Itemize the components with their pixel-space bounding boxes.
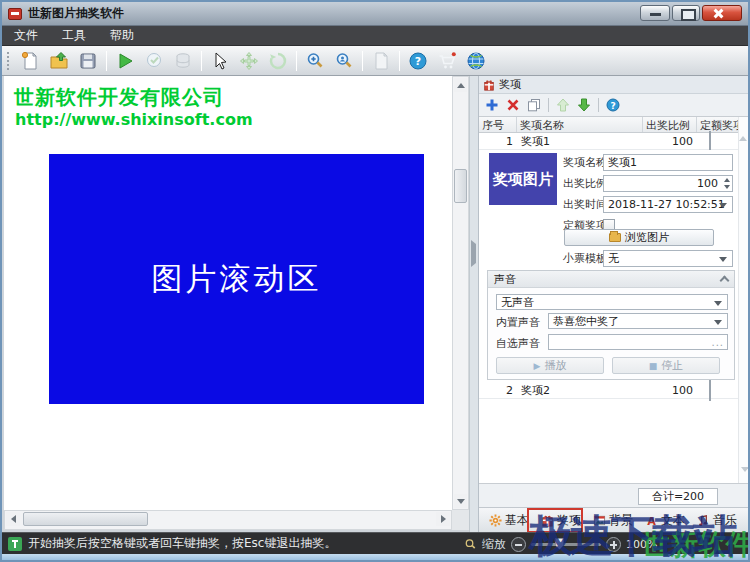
column-header-quota[interactable]: 定额奖项 xyxy=(697,117,739,132)
prize-time-dropdown[interactable]: 2018-11-27 10:52:51 xyxy=(603,196,733,213)
custom-sound-label: 自选声音 xyxy=(496,336,540,352)
row1-quota-checkbox[interactable] xyxy=(709,131,711,152)
toolbar-separator xyxy=(201,51,202,71)
menu-tools[interactable]: 工具 xyxy=(62,27,86,44)
horizontal-scroll-thumb[interactable] xyxy=(23,512,148,526)
list-scroll-up-icon[interactable] xyxy=(739,117,747,141)
prize-list-scrollbar[interactable] xyxy=(738,117,750,483)
column-header-ratio[interactable]: 出奖比例 xyxy=(643,117,697,132)
select-cursor-icon[interactable] xyxy=(209,50,231,72)
rotate-icon xyxy=(267,50,289,72)
stop-icon: ■ xyxy=(649,361,658,371)
prize-help-icon[interactable]: ? xyxy=(606,98,620,112)
add-prize-icon[interactable] xyxy=(485,98,499,112)
row1-ratio: 100 xyxy=(643,135,697,148)
main-toolbar: ? xyxy=(2,46,748,76)
toolbar-grip xyxy=(6,51,10,71)
sound-group-header[interactable]: 声音 xyxy=(488,271,734,288)
scroll-down-button[interactable] xyxy=(454,494,467,508)
prize-ratio-input[interactable]: 100 xyxy=(603,175,733,192)
toolbar-separator xyxy=(106,51,107,71)
open-file-icon[interactable] xyxy=(48,50,70,72)
list-scroll-down-icon[interactable] xyxy=(741,467,749,472)
prize-image-placeholder[interactable]: 奖项图片 xyxy=(489,153,557,205)
menu-file[interactable]: 文件 xyxy=(14,27,38,44)
zoom-in-icon[interactable] xyxy=(304,50,326,72)
new-document-icon[interactable] xyxy=(19,50,41,72)
total-bar: 合计=200 xyxy=(479,483,750,507)
website-icon[interactable] xyxy=(465,50,487,72)
zoom-out-icon[interactable] xyxy=(333,50,355,72)
maximize-button[interactable] xyxy=(672,5,700,21)
canvas-vertical-scrollbar[interactable] xyxy=(452,76,469,510)
prize-panel-header: 奖项 xyxy=(479,76,750,94)
svg-text:?: ? xyxy=(610,101,615,111)
prize-panel-title: 奖项 xyxy=(499,77,521,92)
company-name: 世新软件开发有限公司 xyxy=(14,84,224,111)
prize-row-1[interactable]: 1 奖项1 100 xyxy=(479,133,739,150)
builtin-sound-dropdown[interactable]: 恭喜您中奖了 xyxy=(548,313,728,329)
prize-image-label: 奖项图片 xyxy=(493,170,553,189)
toolbar-separator xyxy=(598,98,599,112)
custom-sound-input[interactable]: ... xyxy=(548,334,728,350)
zoom-out-button[interactable] xyxy=(511,537,526,552)
close-button[interactable] xyxy=(702,5,742,21)
browse-sound-button[interactable]: ... xyxy=(711,336,724,349)
splitter-collapse-icon[interactable] xyxy=(471,244,476,263)
prize-name-input[interactable]: 奖项1 xyxy=(603,154,733,171)
row2-quota-checkbox[interactable] xyxy=(709,380,711,401)
move-down-icon[interactable] xyxy=(577,98,591,112)
start-draw-icon[interactable] xyxy=(114,50,136,72)
app-window: 世新图片抽奖软件 文件 工具 帮助 xyxy=(0,0,750,562)
stop-sound-button[interactable]: ■ 停止 xyxy=(612,357,720,374)
column-header-no[interactable]: 序号 xyxy=(479,117,517,132)
total-value: 合计=200 xyxy=(638,488,718,505)
magnifier-icon xyxy=(464,538,477,551)
play-button-label: 播放 xyxy=(544,358,566,373)
picture-scroll-area-label: 图片滚动区 xyxy=(152,258,322,300)
scrollbar-corner xyxy=(452,510,469,530)
stop-button-label: 停止 xyxy=(661,358,683,373)
save-icon[interactable] xyxy=(77,50,99,72)
copy-prize-icon[interactable] xyxy=(527,98,541,112)
sound-mode-dropdown[interactable]: 无声音 xyxy=(496,294,728,310)
panel-splitter[interactable] xyxy=(469,76,478,532)
ticket-template-dropdown[interactable]: 无 xyxy=(603,250,733,267)
canvas-horizontal-scrollbar[interactable] xyxy=(4,510,452,530)
sound-group: 声音 无声音 内置声音 恭喜您中奖了 自选声音 ... ▶ 播放 xyxy=(487,270,735,380)
sound-group-title: 声音 xyxy=(494,272,516,287)
spinner-buttons[interactable] xyxy=(724,178,730,189)
play-icon: ▶ xyxy=(534,361,541,371)
vertical-scroll-thumb[interactable] xyxy=(454,169,467,203)
toolbar-separator xyxy=(296,51,297,71)
builtin-sound-label: 内置声音 xyxy=(496,315,540,331)
folder-icon xyxy=(609,233,621,242)
prize-detail-editor: 奖项图片 奖项名称 奖项1 出奖比例 100 出奖时间 2018-11-27 1… xyxy=(479,150,739,382)
scroll-right-button[interactable] xyxy=(436,512,450,526)
prize-row-2[interactable]: 2 奖项2 100 xyxy=(479,382,739,399)
shop-cart-icon[interactable] xyxy=(436,50,458,72)
menu-bar: 文件 工具 帮助 xyxy=(2,26,748,46)
window-title: 世新图片抽奖软件 xyxy=(28,5,124,22)
play-sound-button[interactable]: ▶ 播放 xyxy=(496,357,604,374)
status-message: 开始抽奖后按空格键或者回车键抽奖，按Esc键退出抽奖。 xyxy=(28,535,336,552)
column-header-name[interactable]: 奖项名称 xyxy=(517,117,643,132)
database-icon xyxy=(172,50,194,72)
design-canvas[interactable]: 世新软件开发有限公司 http://www.shixinsoft.com 图片滚… xyxy=(4,76,452,510)
help-icon[interactable]: ? xyxy=(407,50,429,72)
browse-image-button[interactable]: 浏览图片 xyxy=(564,229,714,246)
menu-help[interactable]: 帮助 xyxy=(110,27,134,44)
collapse-chevron-icon[interactable] xyxy=(720,276,730,286)
row2-name: 奖项2 xyxy=(517,383,643,398)
gear-icon xyxy=(489,514,502,527)
delete-prize-icon[interactable] xyxy=(506,98,520,112)
minimize-button[interactable] xyxy=(640,5,670,21)
prize-toolbar: ? xyxy=(479,94,750,116)
picture-scroll-area[interactable]: 图片滚动区 xyxy=(49,154,424,404)
tab-basic-label: 基本 xyxy=(505,512,529,529)
prize-panel: 奖项 ? 序号 奖项名称 出奖比例 定额奖项 1 奖项1 100 xyxy=(478,76,750,532)
scroll-left-button[interactable] xyxy=(6,512,20,526)
scroll-up-button[interactable] xyxy=(454,78,467,92)
title-bar: 世新图片抽奖软件 xyxy=(2,2,748,26)
prize-ratio-value: 100 xyxy=(697,177,718,190)
